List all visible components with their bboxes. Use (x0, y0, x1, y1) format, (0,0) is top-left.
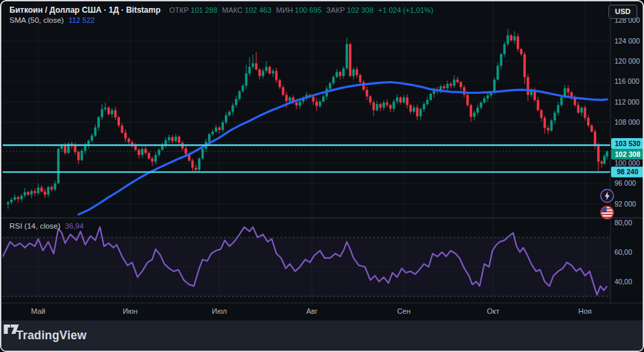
symbol-title[interactable]: Биткоин / Доллар США · 1Д · Bitstamp (9, 5, 160, 15)
svg-text:80,00: 80,00 (614, 219, 632, 227)
candles-group (7, 29, 608, 209)
svg-text:120 000: 120 000 (614, 57, 640, 65)
tradingview-chart-frame: 128 000124 000120 000116 000112 000108 0… (0, 0, 644, 352)
chart-canvas[interactable]: 128 000124 000120 000116 000112 000108 0… (1, 1, 644, 322)
price-gridlines (3, 41, 610, 204)
currency-toggle-button[interactable]: USD (608, 5, 637, 19)
boost-lightning-icon[interactable] (600, 188, 614, 203)
sma-legend-value: 112 522 (68, 16, 95, 24)
svg-text:108 000: 108 000 (614, 118, 640, 126)
month-label: Июл (212, 307, 227, 315)
footer-bar: TradingView (1, 320, 643, 351)
month-label: Июн (123, 307, 138, 315)
rsi-axis-labels[interactable]: 80,0060,0040,00 (614, 219, 632, 286)
svg-text:124 000: 124 000 (614, 37, 640, 45)
time-axis-labels[interactable]: МайИюнИюлАвгСенОктНоя (31, 307, 592, 315)
open-label: ОТКР (169, 6, 189, 14)
sma-legend-row[interactable]: SMA (50, close) 112 522 (9, 16, 95, 24)
high-value: 102 463 (245, 6, 272, 14)
low-value: 100 695 (295, 6, 322, 14)
month-label: Ноя (578, 307, 592, 315)
svg-text:112 000: 112 000 (614, 98, 639, 106)
open-value: 101 288 (191, 6, 217, 14)
change-value: +1 024 (+1,01%) (378, 6, 433, 14)
close-label: ЗАКР (326, 6, 345, 14)
month-label: Окт (487, 307, 500, 315)
month-label: Май (31, 307, 46, 315)
last-price-label: 102 308 (611, 149, 644, 160)
brand-name[interactable]: TradingView (16, 329, 87, 343)
main-legend-row[interactable]: Биткоин / Доллар США · 1Д · Bitstamp ОТК… (9, 5, 433, 15)
rsi-legend-label: RSI (14, close) (9, 222, 60, 230)
rsi-legend-row[interactable]: RSI (14, close) 36,94 (9, 222, 84, 230)
sma-legend-label: SMA (50, close) (9, 16, 64, 24)
rsi-legend-value: 36,94 (65, 222, 84, 230)
us-flag-icon[interactable] (600, 205, 614, 220)
svg-text:92 000: 92 000 (614, 200, 636, 208)
svg-text:102 308: 102 308 (615, 150, 641, 158)
svg-text:96 000: 96 000 (614, 179, 636, 187)
svg-text:40,00: 40,00 (614, 278, 632, 286)
svg-text:98 240: 98 240 (616, 168, 638, 176)
svg-text:103 530: 103 530 (615, 139, 641, 148)
low-label: МИН (276, 6, 293, 14)
svg-text:60,00: 60,00 (614, 248, 632, 256)
close-value: 102 308 (347, 6, 374, 14)
level-price-label: 103 530 (611, 138, 644, 149)
price-axis-labels[interactable]: 128 000124 000120 000116 000112 000108 0… (614, 16, 640, 207)
level-price-label: 98 240 (611, 167, 644, 178)
high-label: МАКС (222, 6, 243, 14)
svg-text:116 000: 116 000 (614, 77, 639, 85)
svg-text:100 000: 100 000 (614, 159, 640, 167)
month-label: Авг (306, 307, 317, 315)
month-label: Сен (397, 307, 411, 315)
